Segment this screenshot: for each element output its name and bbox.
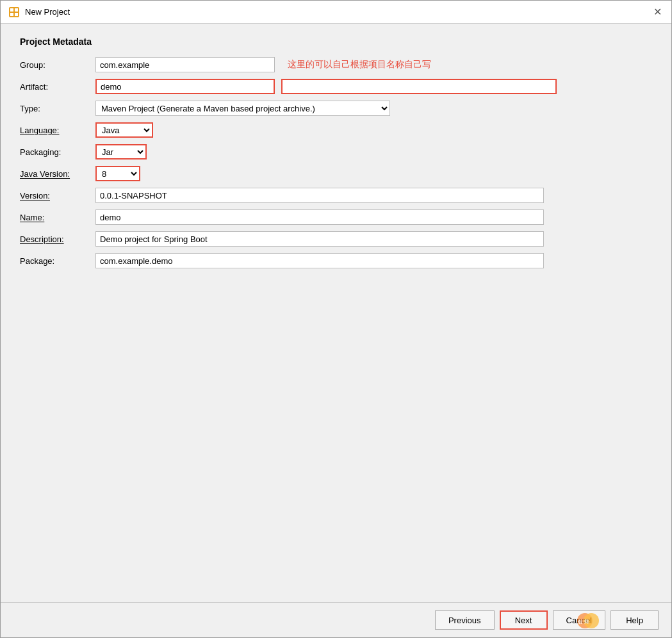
name-row xyxy=(95,209,564,225)
package-label: Package: xyxy=(20,256,90,266)
java-version-row: 8 11 17 xyxy=(95,166,564,181)
language-row: Java Kotlin Groovy xyxy=(95,122,564,138)
app-icon xyxy=(8,6,20,18)
language-select[interactable]: Java Kotlin Groovy xyxy=(95,122,153,138)
next-button[interactable]: Next xyxy=(500,610,548,630)
packaging-label: Packaging: xyxy=(20,147,90,157)
name-input[interactable] xyxy=(95,209,544,225)
version-label: Version: xyxy=(20,191,90,200)
help-button[interactable]: Help xyxy=(611,610,659,630)
version-input[interactable] xyxy=(95,188,544,203)
package-input[interactable] xyxy=(95,253,544,268)
artifact-second-input[interactable] xyxy=(281,79,557,94)
type-select[interactable]: Maven Project (Generate a Maven based pr… xyxy=(95,101,390,116)
group-input[interactable] xyxy=(95,57,275,72)
svg-rect-2 xyxy=(15,8,18,12)
title-bar: New Project ✕ xyxy=(1,1,671,24)
content-spacer xyxy=(20,268,652,525)
description-input[interactable] xyxy=(95,231,544,247)
java-version-label: Java Version: xyxy=(20,169,90,179)
group-label: Group: xyxy=(20,60,90,70)
artifact-row xyxy=(95,79,564,94)
close-button[interactable]: ✕ xyxy=(651,6,664,19)
svg-rect-4 xyxy=(15,13,18,16)
title-bar-left: New Project xyxy=(8,6,70,18)
watermark: 创 网 xyxy=(575,611,607,632)
dialog-content: Project Metadata Group: 这里的可以自己根据项目名称自己写… xyxy=(1,24,671,602)
package-row xyxy=(95,253,564,268)
java-version-select[interactable]: 8 11 17 xyxy=(95,166,140,181)
packaging-row: Jar War xyxy=(95,144,564,160)
window-title: New Project xyxy=(25,7,70,17)
version-row xyxy=(95,188,564,203)
name-label: Name: xyxy=(20,213,90,222)
description-row xyxy=(95,231,564,247)
form-grid: Group: 这里的可以自己根据项目名称自己写 Artifact: Type: … xyxy=(20,57,564,268)
type-label: Type: xyxy=(20,104,90,113)
group-row: 这里的可以自己根据项目名称自己写 xyxy=(95,57,564,72)
new-project-dialog: New Project ✕ Project Metadata Group: 这里… xyxy=(0,0,672,638)
svg-rect-3 xyxy=(10,13,13,16)
svg-text:网: 网 xyxy=(584,619,589,624)
section-title: Project Metadata xyxy=(20,37,652,47)
packaging-select[interactable]: Jar War xyxy=(95,144,147,160)
language-label: Language: xyxy=(20,126,90,135)
svg-text:创: 创 xyxy=(577,619,582,624)
footer: Previous Next Cancel Help 创 网 xyxy=(1,602,671,637)
group-annotation: 这里的可以自己根据项目名称自己写 xyxy=(288,59,431,70)
description-label: Description: xyxy=(20,234,90,244)
type-row: Maven Project (Generate a Maven based pr… xyxy=(95,101,564,116)
artifact-label: Artifact: xyxy=(20,82,90,92)
artifact-input[interactable] xyxy=(95,79,275,94)
svg-rect-1 xyxy=(10,8,13,12)
previous-button[interactable]: Previous xyxy=(435,610,495,630)
watermark-icon: 创 网 xyxy=(575,611,607,630)
